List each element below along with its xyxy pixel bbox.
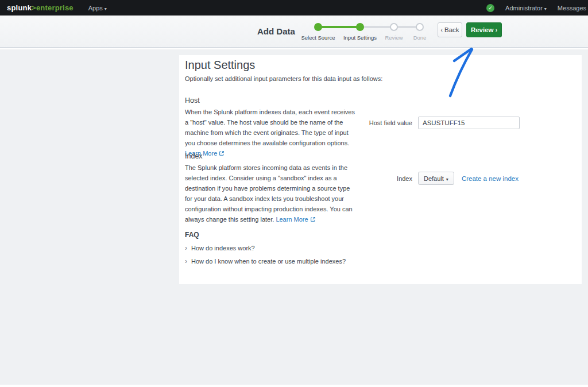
topbar-right: ✓ Administrator▾ Messages — [486, 4, 586, 12]
chevron-right-icon: › — [185, 244, 187, 252]
chevron-left-icon: ‹ — [440, 27, 442, 33]
host-section-heading: Host — [185, 96, 200, 105]
top-navbar: splunk>enterprise Apps▾ ✓ Administrator▾… — [0, 0, 588, 16]
step-connector-complete — [318, 26, 360, 28]
splunk-logo[interactable]: splunk>enterprise — [7, 3, 74, 12]
messages-menu-label: Messages — [558, 5, 586, 11]
page-subtitle: Optionally set additional input paramete… — [185, 75, 382, 82]
step-label-done: Done — [413, 34, 427, 41]
step-circle-done — [416, 23, 424, 31]
caret-down-icon: ▾ — [544, 6, 547, 11]
step-label-select-source: Select Source — [301, 34, 335, 41]
create-new-index-link[interactable]: Create a new index — [462, 175, 519, 182]
step-label-review: Review — [385, 34, 403, 41]
faq-heading: FAQ — [185, 231, 199, 239]
user-menu-label: Administrator — [505, 5, 543, 11]
caret-down-icon: ▾ — [105, 6, 107, 11]
faq-item-label: How do I know when to create or use mult… — [191, 258, 346, 265]
messages-menu[interactable]: Messages — [558, 5, 586, 11]
host-field-label: Host field value — [179, 119, 412, 126]
index-field-label: Index — [179, 175, 412, 182]
review-button[interactable]: Review › — [466, 22, 502, 37]
external-link-icon — [219, 150, 225, 156]
back-button-label: Back — [444, 26, 459, 33]
faq-item-label: How do indexes work? — [191, 245, 255, 251]
input-settings-card: Input Settings Optionally set additional… — [179, 55, 582, 284]
index-dropdown-value: Default — [424, 175, 444, 182]
review-button-label: Review — [471, 26, 494, 33]
chevron-right-icon: › — [185, 257, 187, 265]
index-learn-more-link[interactable]: Learn More — [276, 216, 308, 223]
wizard-title: Add Data — [257, 26, 295, 36]
step-circle-select-source — [314, 23, 322, 31]
health-check-icon[interactable]: ✓ — [486, 4, 494, 12]
back-button[interactable]: ‹ Back — [438, 22, 462, 37]
host-field-input[interactable] — [418, 117, 520, 129]
page-title: Input Settings — [185, 59, 255, 72]
wizard-header: Add Data Select Source Input Settings Re… — [0, 16, 588, 48]
faq-item-multiple-indexes[interactable]: ›How do I know when to create or use mul… — [185, 257, 346, 265]
external-link-icon — [310, 216, 316, 222]
apps-menu[interactable]: Apps▾ — [88, 5, 107, 11]
caret-down-icon: ▾ — [446, 177, 448, 182]
index-section-heading: Index — [185, 152, 203, 160]
faq-item-indexes-work[interactable]: ›How do indexes work? — [185, 244, 255, 252]
index-dropdown[interactable]: Default▾ — [418, 172, 454, 185]
chevron-right-icon: › — [496, 27, 497, 33]
splunk-add-data-window: splunk>enterprise Apps▾ ✓ Administrator▾… — [0, 0, 588, 387]
logo-brand: splunk — [7, 3, 32, 12]
step-label-input-settings: Input Settings — [343, 34, 377, 41]
logo-product: >enterprise — [32, 3, 74, 12]
step-circle-review — [390, 23, 398, 31]
user-menu[interactable]: Administrator▾ — [505, 5, 547, 11]
host-section-description: When the Splunk platform indexes data, e… — [185, 107, 355, 158]
main-content: Input Settings Optionally set additional… — [0, 49, 588, 385]
host-field-row: Host field value — [179, 117, 582, 129]
apps-menu-label: Apps — [88, 5, 103, 11]
index-field-row: Index Default▾ Create a new index — [179, 172, 582, 185]
step-circle-input-settings — [356, 23, 364, 31]
